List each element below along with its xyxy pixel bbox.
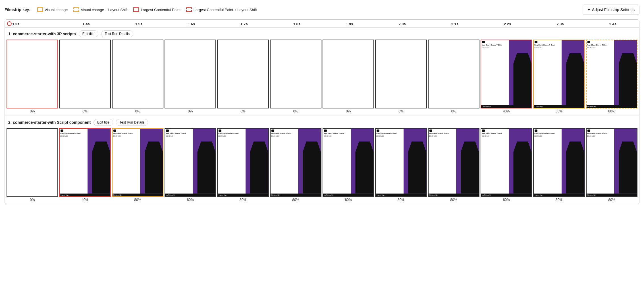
- thumb-cell-r1-f9[interactable]: 0%: [427, 39, 480, 116]
- thumb-frame-r1-f12: New Short Sleeve T-Shirt $25.99 USD: [586, 40, 637, 108]
- product-title-small: New Short Sleeve T-Shirt: [376, 133, 403, 135]
- product-price-small: $25.99 USD: [587, 135, 614, 137]
- thumb-percent-r1-f1: 0%: [30, 108, 35, 115]
- thumb-percent-r1-f11: 80%: [556, 108, 562, 115]
- thumb-frame-r2-f8: New Short Sleeve T-Shirt $25.99 USD: [375, 128, 427, 197]
- legend-text-lcp-layout-shift: Largest Contentful Paint + Layout Shift: [194, 8, 257, 12]
- product-card-footer: Lightweight: [587, 194, 637, 196]
- thumb-frame-r1-f2: [59, 40, 111, 108]
- menu-dot-3: [530, 131, 531, 132]
- product-info-left: New Short Sleeve T-Shirt $25.99 USD: [113, 129, 140, 194]
- menu-dot-1: [635, 130, 636, 130]
- row-2-thumbnails: 0% New Short Sleeve T-Shirt $25.99 USD: [5, 128, 639, 204]
- product-card-image: New Short Sleeve T-Shirt $25.99 USD: [587, 129, 637, 194]
- thumb-percent-r2-f7: 80%: [345, 197, 352, 204]
- thumb-percent-r2-f2: 40%: [82, 197, 88, 204]
- row-2-test-run-details-button[interactable]: Test Run Details: [116, 119, 148, 126]
- thumb-cell-r1-f6[interactable]: 0%: [269, 39, 322, 116]
- thumb-percent-r1-f3: 0%: [135, 108, 140, 115]
- product-card-image: New Short Sleeve T-Shirt $25.99 USD: [113, 129, 163, 194]
- thumb-cell-r2-f7[interactable]: New Short Sleeve T-Shirt $25.99 USD: [322, 128, 375, 204]
- thumb-frame-r2-f1: [7, 128, 58, 197]
- thumb-frame-r2-f11: New Short Sleeve T-Shirt $25.99 USD: [533, 128, 585, 197]
- thumb-cell-r2-f11[interactable]: New Short Sleeve T-Shirt $25.99 USD: [533, 128, 585, 204]
- thumb-cell-r2-f6[interactable]: New Short Sleeve T-Shirt $25.99 USD: [269, 128, 322, 204]
- product-image-right: [88, 129, 110, 194]
- thumb-cell-r2-f1[interactable]: 0%: [6, 128, 59, 204]
- camera-icon: [429, 130, 432, 132]
- product-image-right: [614, 40, 637, 105]
- product-image-bg: New Short Sleeve T-Shirt $25.99 USD: [218, 129, 268, 194]
- shirt-shape: [250, 141, 268, 193]
- shirt-shape: [566, 53, 584, 105]
- camera-icon: [166, 130, 169, 132]
- thumb-cell-r1-f4[interactable]: 0%: [164, 39, 217, 116]
- thumb-cell-r1-f5[interactable]: 0%: [217, 39, 269, 116]
- product-card-image: New Short Sleeve T-Shirt $25.99 USD: [481, 129, 531, 194]
- menu-dot-3: [161, 131, 162, 132]
- legend-label: Filmstrip key:: [5, 7, 30, 12]
- thumb-cell-r2-f9[interactable]: New Short Sleeve T-Shirt $25.99 USD: [427, 128, 480, 204]
- thumb-cell-r2-f8[interactable]: New Short Sleeve T-Shirt $25.99 USD: [375, 128, 427, 204]
- menu-icon: [530, 130, 531, 132]
- thumb-cell-r2-f2[interactable]: New Short Sleeve T-Shirt $25.99 USD: [59, 128, 111, 204]
- thumb-cell-r2-f5[interactable]: New Short Sleeve T-Shirt $25.99 USD: [217, 128, 269, 204]
- product-card-image: New Short Sleeve T-Shirt $25.99 USD: [218, 129, 268, 194]
- row-2-edit-title-button[interactable]: Edit title: [94, 119, 113, 126]
- camera-icon: [271, 130, 274, 132]
- timeline-tick-1.7s: 1.7s: [218, 22, 270, 26]
- product-price-small: $25.99 USD: [587, 47, 614, 48]
- row-1-test-run-details-button[interactable]: Test Run Details: [101, 30, 133, 37]
- thumb-cell-r1-f2[interactable]: 0%: [59, 39, 111, 116]
- product-title-small: New Short Sleeve T-Shirt: [482, 133, 508, 135]
- thumb-cell-r1-f7[interactable]: 0%: [322, 39, 375, 116]
- legend-box-visual-change-layout-shift: [73, 7, 79, 12]
- thumb-cell-r1-f3[interactable]: 0%: [111, 39, 164, 116]
- thumb-frame-r1-f6: [270, 40, 321, 108]
- menu-icon: [214, 130, 215, 132]
- camera-icon: [113, 130, 116, 132]
- menu-dot-1: [530, 41, 531, 42]
- product-card-image: New Short Sleeve T-Shirt $25.99 USD: [534, 129, 584, 194]
- menu-dot-2: [425, 130, 425, 131]
- thumb-percent-r2-f10: 80%: [503, 197, 510, 204]
- product-card-footer: Lightweight: [271, 194, 321, 196]
- product-title-small: New Short Sleeve T-Shirt: [587, 133, 614, 135]
- thumb-frame-r2-f2: New Short Sleeve T-Shirt $25.99 USD: [59, 128, 111, 197]
- thumb-cell-r1-f8[interactable]: 0%: [375, 39, 427, 116]
- thumb-cell-r1-f10[interactable]: New Short Sleeve T-Shirt $25.99 USD: [480, 39, 533, 116]
- row-1-edit-title-button[interactable]: Edit title: [79, 30, 98, 37]
- shirt-shape: [408, 141, 426, 193]
- thumb-cell-r1-f1[interactable]: 0%: [6, 39, 59, 116]
- product-info-left: New Short Sleeve T-Shirt $25.99 USD: [376, 129, 404, 194]
- thumb-cell-r1-f11[interactable]: New Short Sleeve T-Shirt $25.99 USD: [533, 39, 585, 116]
- thumb-cell-r2-f12[interactable]: New Short Sleeve T-Shirt $25.99 USD: [585, 128, 638, 204]
- shirt-shape: [566, 141, 584, 193]
- thumb-cell-r1-f12[interactable]: New Short Sleeve T-Shirt $25.99 USD: [585, 39, 638, 116]
- timeline-tick-1.4s: 1.4s: [60, 22, 112, 26]
- product-card-footer: Lightweight: [113, 194, 163, 196]
- product-image-right: [562, 40, 584, 105]
- product-price-small: $25.99 USD: [534, 47, 561, 48]
- thumb-cell-r2-f3[interactable]: New Short Sleeve T-Shirt $25.99 USD: [111, 128, 164, 204]
- product-title-small: New Short Sleeve T-Shirt: [429, 133, 456, 135]
- thumb-cell-r2-f10[interactable]: New Short Sleeve T-Shirt $25.99 USD: [480, 128, 533, 204]
- shirt-shape: [619, 53, 637, 105]
- product-price-small: $25.99 USD: [271, 135, 298, 137]
- thumb-frame-r2-f5: New Short Sleeve T-Shirt $25.99 USD: [217, 128, 269, 197]
- menu-icon: [583, 130, 583, 132]
- product-image-right: [404, 129, 426, 194]
- product-title-small: New Short Sleeve T-Shirt: [218, 133, 245, 135]
- thumb-cell-r2-f4[interactable]: New Short Sleeve T-Shirt $25.99 USD: [164, 128, 217, 204]
- product-title-small: New Short Sleeve T-Shirt: [482, 44, 508, 46]
- product-card: New Short Sleeve T-Shirt $25.99 USD: [587, 129, 637, 196]
- product-card-footer: Lightweight: [534, 194, 584, 196]
- product-image-bg: New Short Sleeve T-Shirt $25.99 USD: [587, 40, 637, 105]
- thumb-frame-r2-f3: New Short Sleeve T-Shirt $25.99 USD: [112, 128, 163, 197]
- product-info-left: New Short Sleeve T-Shirt $25.99 USD: [60, 129, 88, 194]
- adjust-filmstrip-settings-button[interactable]: + Adjust Filmstrip Settings: [583, 5, 639, 15]
- thumb-frame-r1-f8: [375, 40, 427, 108]
- product-image-bg: New Short Sleeve T-Shirt $25.99 USD: [534, 40, 584, 105]
- shirt-shape: [197, 141, 215, 193]
- product-card-image: New Short Sleeve T-Shirt $25.99 USD: [323, 129, 373, 194]
